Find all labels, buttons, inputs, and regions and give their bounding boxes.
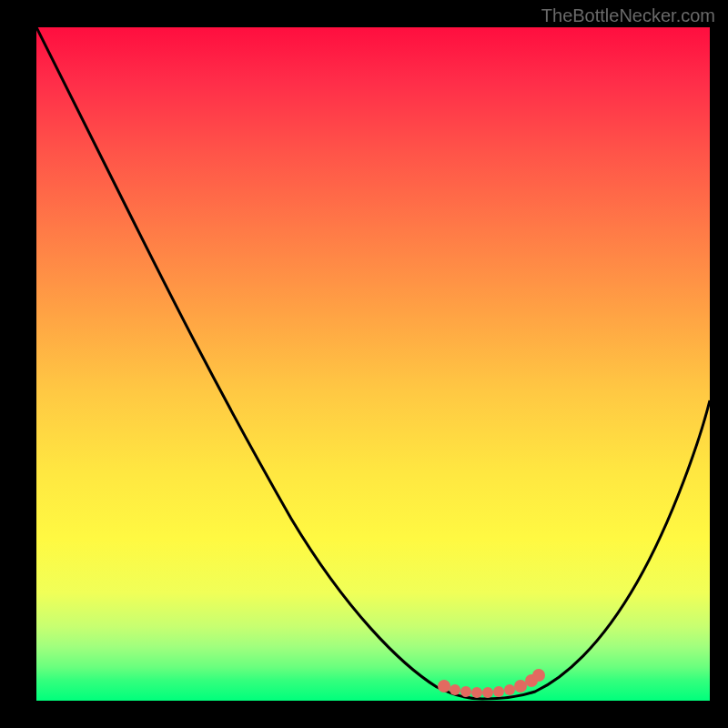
svg-point-5 (493, 686, 504, 697)
svg-point-4 (482, 687, 493, 698)
svg-point-7 (514, 680, 527, 693)
svg-point-6 (504, 684, 515, 695)
svg-point-0 (438, 680, 450, 693)
svg-point-1 (450, 684, 460, 695)
svg-point-2 (460, 686, 471, 697)
svg-point-3 (471, 687, 482, 698)
svg-point-9 (532, 669, 545, 682)
watermark-text: TheBottleNecker.com (541, 5, 715, 26)
chart-svg (36, 27, 710, 701)
chart-container: TheBottleNecker.com (0, 0, 728, 728)
bottleneck-curve-line (36, 27, 710, 699)
